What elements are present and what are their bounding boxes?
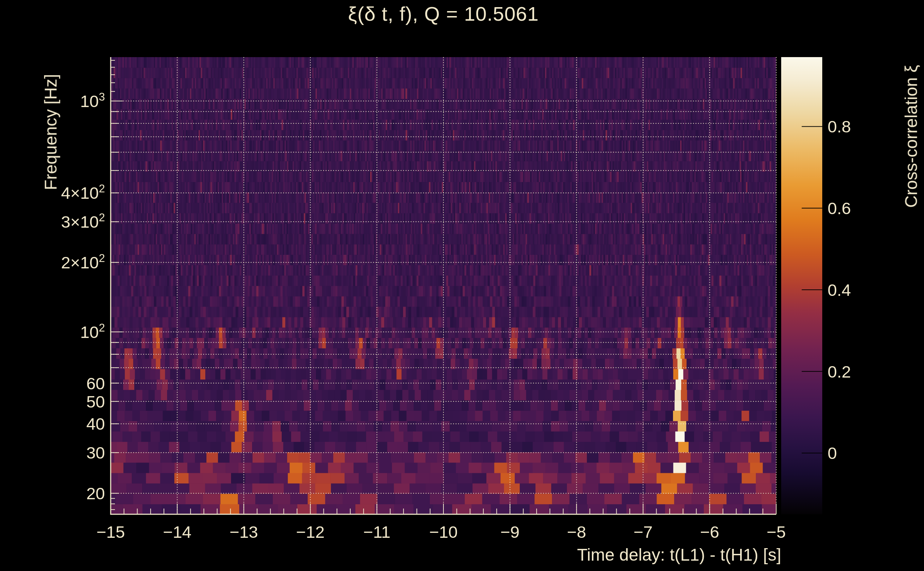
x-tick-label: −15 [96, 522, 125, 542]
qscan-cross-correlation-figure: ξ(δ t, f), Q = 10.5061 Frequency [Hz] Ti… [0, 0, 924, 571]
x-tick-label: −14 [163, 522, 192, 542]
y-tick-mantissa: 3×10 [61, 212, 99, 231]
x-tick-label: −11 [363, 522, 390, 542]
x-tick-label: −10 [429, 522, 458, 542]
x-tick-label: −6 [700, 522, 719, 542]
y-tick-label: 3×102 [61, 212, 105, 231]
y-tick-exponent: 2 [99, 211, 105, 224]
y-tick-mantissa: 40 [87, 414, 105, 433]
y-tick-label: 4×102 [61, 183, 105, 203]
y-axis-title: Frequency [Hz] [41, 74, 61, 190]
colorbar-tick-label: 0 [828, 443, 837, 463]
y-tick-mantissa: 50 [87, 392, 105, 411]
y-tick-exponent: 3 [99, 91, 105, 103]
y-tick-mantissa: 30 [87, 443, 105, 462]
colorbar-tick-label: 0.8 [828, 117, 851, 136]
y-tick-label: 60 [87, 373, 105, 393]
y-tick-mantissa: 60 [87, 373, 105, 393]
y-tick-label: 2×102 [61, 253, 105, 272]
y-tick-mantissa: 4×10 [61, 184, 99, 202]
y-tick-mantissa: 20 [87, 484, 105, 503]
correlation-heatmap-canvas [0, 0, 924, 571]
y-tick-label: 103 [80, 91, 105, 111]
y-tick-label: 20 [87, 483, 105, 503]
plot-title: ξ(δ t, f), Q = 10.5061 [348, 2, 539, 25]
colorbar-title: Cross-correlation ξ [901, 65, 921, 208]
y-tick-label: 40 [87, 414, 105, 434]
colorbar-tick-label: 0.6 [828, 198, 851, 218]
y-tick-exponent: 2 [99, 321, 105, 334]
y-tick-exponent: 2 [99, 252, 105, 264]
x-tick-label: −9 [501, 522, 520, 542]
y-tick-label: 50 [87, 392, 105, 411]
x-tick-label: −8 [567, 522, 586, 542]
y-tick-label: 102 [80, 322, 105, 342]
colorbar-tick-label: 0.4 [828, 280, 851, 299]
y-tick-mantissa: 10 [80, 92, 99, 111]
x-tick-label: −5 [766, 522, 786, 542]
y-tick-mantissa: 2×10 [61, 253, 99, 272]
x-tick-label: −12 [296, 522, 324, 542]
y-tick-label: 30 [87, 443, 105, 463]
x-tick-label: −13 [230, 522, 258, 542]
colorbar-tick-label: 0.2 [828, 361, 851, 381]
y-tick-exponent: 2 [99, 182, 105, 195]
y-tick-mantissa: 10 [80, 323, 99, 341]
x-axis-title: Time delay: t(L1) - t(H1) [s] [577, 545, 781, 565]
x-tick-label: −7 [634, 522, 653, 542]
